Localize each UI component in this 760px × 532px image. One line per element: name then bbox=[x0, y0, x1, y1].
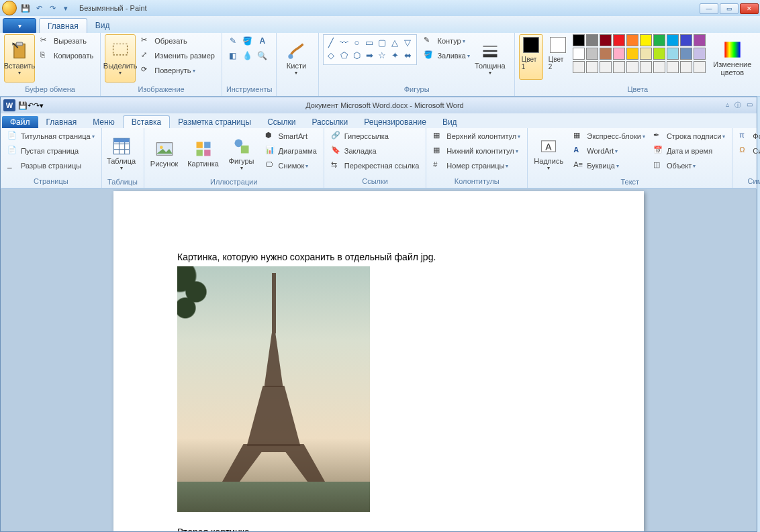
color-swatch[interactable] bbox=[653, 34, 665, 46]
word-page[interactable]: Картинка, которую нужно сохранить в отде… bbox=[113, 191, 644, 531]
color-swatch[interactable] bbox=[640, 34, 652, 46]
color-swatch[interactable] bbox=[694, 48, 706, 60]
chart-button[interactable]: 📊Диаграмма bbox=[263, 144, 320, 158]
crop-button[interactable]: ✂Обрезать bbox=[138, 34, 218, 48]
color-swatch[interactable] bbox=[573, 34, 585, 46]
paint-file-menu[interactable]: ▾ bbox=[3, 18, 36, 33]
word-tab-4[interactable]: Разметка страницы bbox=[170, 116, 259, 128]
paste-button[interactable]: Вставить▾ bbox=[4, 34, 35, 83]
word-tab-1[interactable]: Главная bbox=[38, 116, 85, 128]
doc-image-eiffel[interactable] bbox=[177, 266, 370, 512]
color1-button[interactable]: Цвет 1 bbox=[519, 34, 543, 80]
dropcap-button[interactable]: A≡Буквица bbox=[571, 159, 648, 172]
color-swatch[interactable] bbox=[640, 48, 652, 60]
word-tab-3[interactable]: Вставка bbox=[123, 115, 171, 128]
color-swatch[interactable] bbox=[694, 61, 706, 73]
quickparts-button[interactable]: ▦Экспресс-блоки bbox=[571, 129, 648, 143]
symbol-button[interactable]: ΩСимвол bbox=[737, 144, 760, 158]
color-swatch[interactable] bbox=[626, 61, 638, 73]
eraser-tool[interactable]: ◧ bbox=[226, 49, 240, 62]
pagenumber-button[interactable]: #Номер страницы bbox=[430, 159, 523, 172]
wordart-button[interactable]: AWordArt bbox=[571, 144, 648, 158]
word-qat-save-icon[interactable]: 💾 bbox=[18, 101, 28, 110]
rotate-button[interactable]: ⟳Повернуть bbox=[138, 64, 218, 77]
qat-customize-icon[interactable]: ▾ bbox=[60, 2, 72, 14]
word-document-area[interactable]: Картинка, которую нужно сохранить в отде… bbox=[1, 189, 757, 531]
word-qat-undo-icon[interactable]: ↶ bbox=[28, 101, 34, 110]
word-minimize-ribbon-icon[interactable]: ▵ bbox=[726, 101, 729, 110]
color-swatch[interactable] bbox=[626, 34, 638, 46]
blank-page-button[interactable]: 📄Пустая страница bbox=[5, 144, 97, 158]
shapes-gallery[interactable]: ╱〰○▭▢△▽ ◇⬠⬡➡☆✦⬌ bbox=[323, 34, 417, 65]
paint-canvas[interactable]: W 💾 ↶ ↷ ▾ Документ Microsoft Word.docx -… bbox=[0, 97, 760, 532]
color-swatch[interactable] bbox=[653, 48, 665, 60]
smartart-button[interactable]: ⬢SmartArt bbox=[263, 129, 320, 143]
brushes-button[interactable]: Кисти▾ bbox=[281, 34, 312, 83]
picker-tool[interactable]: 💧 bbox=[241, 49, 254, 62]
color2-button[interactable]: Цвет 2 bbox=[546, 34, 570, 80]
crossref-button[interactable]: ⇆Перекрестная ссылка bbox=[328, 159, 422, 172]
page-break-button[interactable]: ⎯Разрыв страницы bbox=[5, 159, 97, 172]
zoom-tool[interactable]: 🔍 bbox=[256, 49, 269, 62]
color-swatch[interactable] bbox=[667, 34, 679, 46]
word-tab-0[interactable]: Файл bbox=[2, 116, 38, 128]
paint-tab-home[interactable]: Главная bbox=[39, 18, 87, 33]
copy-button[interactable]: ⎘Копировать bbox=[38, 49, 96, 62]
color-swatch[interactable] bbox=[613, 61, 625, 73]
close-button[interactable]: ✕ bbox=[740, 3, 759, 14]
paint-app-icon[interactable] bbox=[2, 1, 17, 15]
word-restore-icon[interactable]: ▭ bbox=[747, 101, 753, 110]
word-app-icon[interactable]: W bbox=[3, 99, 15, 111]
picture-button[interactable]: Рисунок bbox=[148, 129, 181, 178]
text-tool[interactable]: A bbox=[256, 34, 269, 48]
color-swatch[interactable] bbox=[613, 34, 625, 46]
color-swatch[interactable] bbox=[667, 61, 679, 73]
signature-line-button[interactable]: ✒Строка подписи bbox=[651, 129, 728, 143]
color-swatch[interactable] bbox=[640, 61, 652, 73]
color-swatch[interactable] bbox=[680, 34, 692, 46]
resize-button[interactable]: ⤢Изменить размер bbox=[138, 49, 218, 62]
shape-fill-button[interactable]: 🪣Заливка bbox=[421, 49, 472, 62]
hyperlink-button[interactable]: 🔗Гиперссылка bbox=[328, 129, 422, 143]
color-swatch[interactable] bbox=[600, 34, 612, 46]
qat-redo-icon[interactable]: ↷ bbox=[46, 2, 58, 14]
qat-save-icon[interactable]: 💾 bbox=[19, 2, 32, 14]
pencil-tool[interactable]: ✎ bbox=[226, 34, 240, 48]
edit-colors-button[interactable]: Изменение цветов bbox=[711, 34, 754, 83]
maximize-button[interactable]: ▭ bbox=[720, 3, 739, 14]
cut-button[interactable]: ✂Вырезать bbox=[38, 34, 96, 48]
color-swatch[interactable] bbox=[680, 48, 692, 60]
datetime-button[interactable]: 📅Дата и время bbox=[651, 144, 728, 158]
color-palette[interactable] bbox=[573, 34, 706, 73]
fill-tool[interactable]: 🪣 bbox=[241, 34, 254, 48]
object-button[interactable]: ◫Объект bbox=[651, 159, 728, 172]
minimize-button[interactable]: — bbox=[700, 3, 718, 14]
color-swatch[interactable] bbox=[600, 61, 612, 73]
textbox-button[interactable]: AНадпись▾ bbox=[532, 129, 565, 178]
word-tab-8[interactable]: Вид bbox=[434, 116, 465, 128]
width-button[interactable]: Толщина▾ bbox=[473, 34, 508, 83]
qat-undo-icon[interactable]: ↶ bbox=[33, 2, 45, 14]
shapes-button[interactable]: Фигуры▾ bbox=[226, 129, 257, 178]
color-swatch[interactable] bbox=[694, 34, 706, 46]
word-tab-2[interactable]: Меню bbox=[85, 116, 122, 128]
color-swatch[interactable] bbox=[680, 61, 692, 73]
select-button[interactable]: Выделить▾ bbox=[105, 34, 136, 83]
clipart-button[interactable]: Картинка bbox=[186, 129, 221, 178]
color-swatch[interactable] bbox=[586, 61, 598, 73]
footer-button[interactable]: ▦Нижний колонтитул bbox=[430, 144, 523, 158]
word-qat-redo-icon[interactable]: ↷ bbox=[34, 101, 40, 110]
shape-outline-button[interactable]: ✎Контур bbox=[421, 34, 472, 48]
color-swatch[interactable] bbox=[626, 48, 638, 60]
color-swatch[interactable] bbox=[586, 48, 598, 60]
table-button[interactable]: Таблица▾ bbox=[106, 129, 137, 178]
word-tab-6[interactable]: Рассылки bbox=[303, 116, 356, 128]
color-swatch[interactable] bbox=[600, 48, 612, 60]
color-swatch[interactable] bbox=[653, 61, 665, 73]
doc-paragraph-2[interactable]: Вторая картинка bbox=[177, 527, 580, 531]
word-tab-5[interactable]: Ссылки bbox=[259, 116, 303, 128]
color-swatch[interactable] bbox=[667, 48, 679, 60]
doc-paragraph-1[interactable]: Картинка, которую нужно сохранить в отде… bbox=[177, 252, 580, 262]
color-swatch[interactable] bbox=[573, 48, 585, 60]
color-swatch[interactable] bbox=[573, 61, 585, 73]
